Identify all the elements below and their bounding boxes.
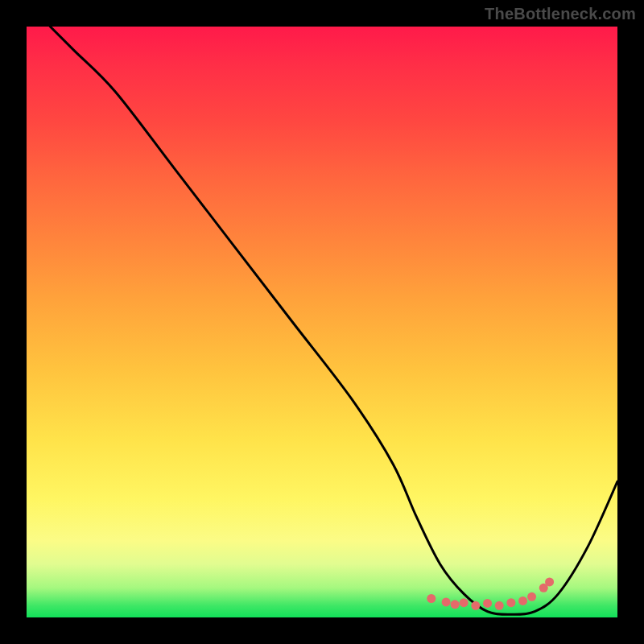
bottleneck-curve [50, 27, 617, 614]
marker-dot [518, 597, 527, 605]
marker-dot [483, 599, 492, 608]
marker-dot [471, 601, 480, 610]
marker-dot [442, 597, 451, 606]
marker-dot [527, 592, 536, 601]
curve-svg [27, 27, 617, 617]
valley-markers [427, 577, 554, 609]
marker-dot [495, 601, 504, 610]
watermark-text: TheBottleneck.com [485, 5, 636, 23]
marker-dot [460, 598, 469, 607]
marker-dot [451, 600, 460, 609]
plot-area [27, 27, 617, 617]
marker-dot [506, 598, 515, 607]
marker-dot [427, 594, 436, 603]
marker-dot [545, 577, 554, 586]
chart-container: TheBottleneck.com [0, 0, 644, 644]
